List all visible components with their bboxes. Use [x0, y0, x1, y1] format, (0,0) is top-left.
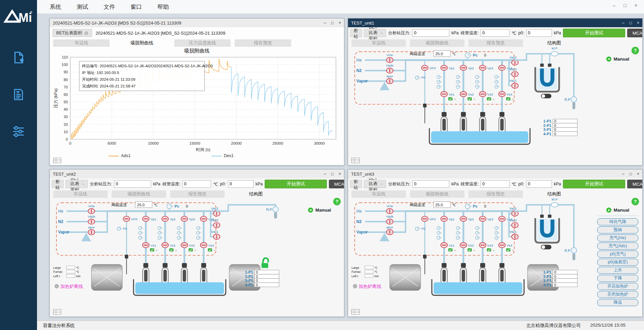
bet-area-button[interactable]: BET比表面积	[364, 29, 386, 37]
p0-input[interactable]	[526, 180, 552, 188]
tab-isotherm[interactable]: 等温线	[53, 39, 110, 47]
status-indicator[interactable]: ?	[632, 198, 639, 205]
status-indicator[interactable]: ?	[632, 47, 639, 54]
manual-action-button-2[interactable]: 充气(He)	[597, 234, 638, 242]
valve-apor[interactable]	[88, 229, 95, 235]
tab-structure-diagram[interactable]: 结构图	[527, 39, 581, 47]
valve-Vp3[interactable]	[479, 216, 486, 222]
start-test-button[interactable]: 开始测试	[563, 180, 625, 188]
tab-structure-diagram[interactable]: 结构图	[229, 190, 283, 198]
window-titlebar[interactable]: 20240521-MDS-S2-1#-JK-Al2O3 [MDS S2-S1]2…	[50, 19, 344, 27]
mca-power-button[interactable]: MCA	[627, 29, 642, 37]
window-minimize-button[interactable]: –	[324, 172, 326, 176]
station-button[interactable]: 分析站1	[52, 180, 64, 188]
valve-Vp1[interactable]	[143, 216, 149, 222]
valve-apor[interactable]	[386, 78, 393, 84]
data-grid-icon[interactable]	[351, 309, 359, 315]
start-test-button[interactable]: 开始测试	[265, 180, 327, 188]
manual-action-button-0[interactable]: 纯化气路	[597, 218, 638, 225]
valve-Vp3[interactable]	[181, 216, 188, 222]
valve-Vac1[interactable]	[512, 83, 518, 88]
menu-file[interactable]: 文件	[104, 3, 115, 11]
manual-action-button-10[interactable]: 降温	[597, 299, 638, 306]
window-close-button[interactable]: ×	[339, 21, 341, 25]
status-indicator[interactable]: ?	[333, 198, 341, 205]
station-pressure-input[interactable]	[114, 180, 151, 188]
data-grid-icon[interactable]	[53, 158, 61, 163]
valve-Vs4[interactable]	[499, 91, 505, 97]
tab-isotherm[interactable]: 等温线	[53, 190, 108, 198]
manual-button[interactable]: Manual	[306, 207, 333, 213]
window-close-button[interactable]: ×	[637, 172, 639, 176]
furnace-param-input[interactable]	[67, 274, 75, 277]
valve-Vp1[interactable]	[441, 65, 448, 71]
valve-Vac3[interactable]	[213, 223, 220, 228]
settings-sliders-icon[interactable]	[11, 124, 26, 139]
window-close-button[interactable]: ×	[637, 21, 639, 25]
valve-Vp2[interactable]	[162, 216, 168, 222]
tab-structure-diagram[interactable]: 结构图	[527, 190, 581, 198]
p0-input[interactable]	[228, 180, 254, 188]
start-test-button[interactable]: 开始测试	[563, 29, 625, 37]
furnace-param-input[interactable]	[365, 274, 373, 277]
valve-Vs3[interactable]	[479, 243, 486, 248]
tab-isotherm[interactable]: 等温线	[351, 39, 406, 47]
valve-Vs3[interactable]	[479, 91, 486, 97]
valve-Vp4[interactable]	[499, 216, 505, 222]
window-titlebar[interactable]: TEST_unit1 – □ ×	[348, 19, 642, 27]
manual-button[interactable]: Manual	[604, 207, 632, 213]
app-minimize-button[interactable]: –	[613, 3, 616, 8]
valve-Vp3[interactable]	[479, 65, 486, 71]
valve-VHe[interactable]	[88, 209, 95, 214]
window-restore-button[interactable]: □	[630, 21, 632, 25]
window-titlebar[interactable]: TEST_unit2 – □ ×	[50, 170, 344, 178]
valve-Vads[interactable]	[88, 219, 95, 224]
window-restore-button[interactable]: □	[331, 172, 334, 176]
furnace-param-input[interactable]	[67, 270, 75, 273]
furnace-param-input[interactable]	[365, 270, 373, 273]
app-close-button[interactable]: ×	[635, 3, 637, 8]
manual-action-button-6[interactable]: 上升	[597, 267, 638, 274]
menu-system[interactable]: 系统	[50, 3, 61, 11]
menu-window[interactable]: 窗口	[130, 3, 142, 11]
window-titlebar[interactable]: TEST_unit3 – □ ×	[348, 170, 642, 178]
tab-report-preview[interactable]: 报告预览	[468, 190, 523, 198]
valve-VP0[interactable]	[421, 216, 428, 222]
window-minimize-button[interactable]: –	[622, 21, 624, 25]
manifold-temp-input[interactable]	[481, 29, 509, 37]
manual-action-button-4[interactable]: p0(充气)	[597, 251, 638, 258]
mp-valve[interactable]	[551, 203, 558, 207]
manual-button[interactable]: Manual	[604, 56, 632, 62]
mca-power-button[interactable]: MCA	[329, 180, 344, 188]
bet-area-button[interactable]: BET比表面积	[364, 180, 386, 188]
bet-area-button[interactable]: BET比表面积	[66, 180, 88, 188]
data-grid-icon[interactable]	[351, 158, 359, 163]
station-button[interactable]: 分析站1	[350, 29, 362, 37]
window-minimize-button[interactable]: –	[324, 21, 326, 25]
window-close-button[interactable]: ×	[339, 172, 341, 176]
window-restore-button[interactable]: □	[331, 21, 334, 25]
p0-input[interactable]	[526, 29, 552, 37]
tab-adsorption-curve[interactable]: 吸脱附曲线	[114, 39, 170, 47]
valve-Vp4[interactable]	[499, 65, 505, 71]
data-grid-icon[interactable]	[53, 309, 61, 315]
valve-Vads[interactable]	[386, 219, 393, 224]
valve-VP0[interactable]	[123, 216, 130, 222]
valve-Vac1[interactable]	[512, 234, 518, 240]
valve-Vp4[interactable]	[200, 216, 207, 222]
menu-test[interactable]: 测试	[77, 3, 88, 11]
furnace-param-input[interactable]	[67, 266, 75, 269]
tab-adsorption-curve[interactable]: 吸脱附曲线	[410, 39, 464, 47]
mp-valve[interactable]	[551, 51, 558, 56]
manifold-temp-input[interactable]	[182, 180, 211, 188]
valve-Vads[interactable]	[386, 68, 393, 73]
valve-Vs4[interactable]	[499, 243, 505, 248]
valve-Vac3[interactable]	[512, 72, 518, 77]
tab-report-preview[interactable]: 报告预览	[235, 39, 291, 47]
valve-VHe[interactable]	[386, 209, 393, 214]
window-restore-button[interactable]: □	[630, 172, 632, 176]
report-icon[interactable]	[11, 87, 26, 102]
station-pressure-input[interactable]	[412, 29, 449, 37]
valve-VP0[interactable]	[421, 65, 428, 71]
manual-action-button-3[interactable]: 充气(Ads)	[597, 243, 638, 250]
